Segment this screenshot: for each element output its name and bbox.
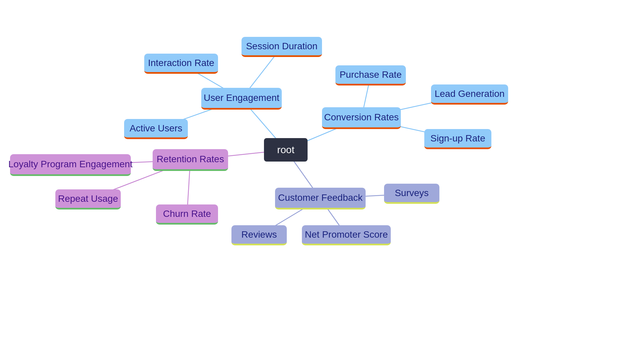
node-nps[interactable]: Net Promoter Score bbox=[302, 225, 391, 245]
label-surveys: Surveys bbox=[395, 188, 429, 198]
node-customer-feedback[interactable]: Customer Feedback bbox=[275, 188, 366, 209]
label-customer-feedback: Customer Feedback bbox=[278, 192, 363, 203]
node-churn-rate[interactable]: Churn Rate bbox=[156, 204, 218, 225]
node-loyalty-program[interactable]: Loyalty Program Engagement bbox=[10, 154, 131, 176]
node-reviews[interactable]: Reviews bbox=[231, 225, 287, 245]
label-conversion-rates: Conversion Rates bbox=[324, 112, 399, 123]
label-session-duration: Session Duration bbox=[246, 41, 317, 52]
label-churn-rate: Churn Rate bbox=[163, 208, 211, 219]
node-active-users[interactable]: Active Users bbox=[124, 119, 188, 139]
node-purchase-rate[interactable]: Purchase Rate bbox=[335, 65, 406, 85]
label-lead-generation: Lead Generation bbox=[435, 88, 505, 99]
root-node[interactable]: root bbox=[264, 138, 308, 162]
label-nps: Net Promoter Score bbox=[305, 229, 388, 240]
node-conversion-rates[interactable]: Conversion Rates bbox=[322, 107, 401, 129]
node-repeat-usage[interactable]: Repeat Usage bbox=[55, 189, 121, 209]
node-interaction-rate[interactable]: Interaction Rate bbox=[144, 54, 218, 74]
label-reviews: Reviews bbox=[241, 229, 277, 240]
node-session-duration[interactable]: Session Duration bbox=[241, 37, 322, 57]
label-signup-rate: Sign-up Rate bbox=[430, 133, 485, 144]
node-lead-generation[interactable]: Lead Generation bbox=[431, 84, 508, 105]
label-interaction-rate: Interaction Rate bbox=[148, 58, 214, 68]
node-surveys[interactable]: Surveys bbox=[384, 184, 439, 204]
label-retention-rates: Retention Rates bbox=[157, 154, 224, 165]
label-user-engagement: User Engagement bbox=[204, 93, 279, 103]
node-signup-rate[interactable]: Sign-up Rate bbox=[424, 129, 491, 149]
label-active-users: Active Users bbox=[129, 123, 182, 134]
label-loyalty-program: Loyalty Program Engagement bbox=[8, 159, 132, 170]
node-retention-rates[interactable]: Retention Rates bbox=[153, 149, 228, 171]
label-repeat-usage: Repeat Usage bbox=[58, 193, 118, 204]
label-purchase-rate: Purchase Rate bbox=[339, 69, 401, 80]
node-user-engagement[interactable]: User Engagement bbox=[201, 88, 282, 110]
root-label: root bbox=[277, 144, 294, 156]
